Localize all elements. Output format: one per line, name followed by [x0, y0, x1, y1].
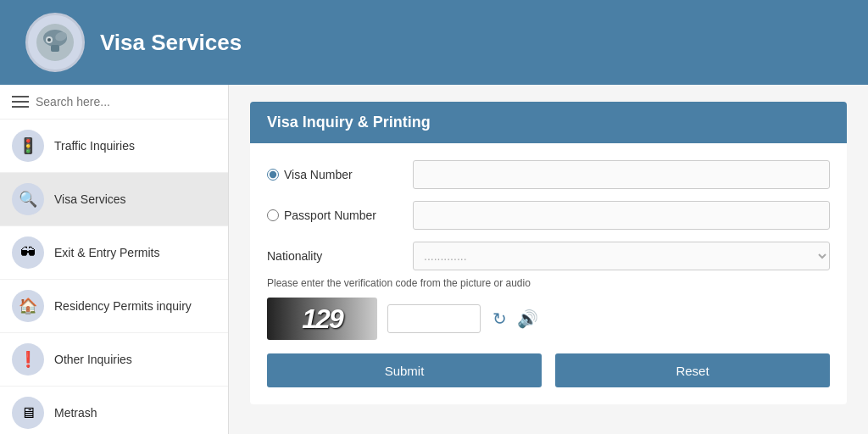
captcha-hint: Please enter the verification code from … [267, 277, 830, 289]
app-logo [25, 13, 85, 72]
form-buttons: Submit Reset [267, 353, 830, 387]
visa-icon: 🔍 [12, 183, 44, 215]
sidebar-search-bar [0, 85, 228, 120]
nationality-select[interactable]: ............. [413, 242, 830, 270]
sidebar-item-exit-entry-permits[interactable]: 🕶 Exit & Entry Permits [0, 226, 228, 280]
audio-captcha-button[interactable]: 🔊 [515, 307, 540, 331]
app-title: Visa Services [100, 30, 242, 56]
visa-number-input[interactable] [413, 160, 830, 189]
app-header: Visa Services [0, 0, 868, 85]
exit-entry-icon: 🕶 [12, 236, 44, 269]
captcha-row: 129 ↻ 🔊 [267, 298, 830, 340]
visa-number-radio-label[interactable]: Visa Number [267, 168, 403, 181]
sidebar-label-traffic: Traffic Inquiries [54, 139, 135, 153]
sidebar-label-visa: Visa Services [54, 192, 126, 206]
sidebar-label-residency: Residency Permits inquiry [54, 299, 192, 313]
passport-number-input[interactable] [413, 201, 830, 230]
visa-number-radio[interactable] [267, 169, 279, 181]
svg-rect-5 [51, 45, 59, 52]
captcha-icons: ↻ 🔊 [491, 307, 540, 331]
sidebar-item-visa-services[interactable]: 🔍 Visa Services [0, 173, 228, 226]
card-title: Visa Inquiry & Printing [250, 102, 847, 143]
passport-number-radio[interactable] [267, 209, 279, 221]
submit-button[interactable]: Submit [267, 353, 542, 387]
inquiry-card: Visa Inquiry & Printing Visa Number Pass… [250, 102, 847, 404]
reset-button[interactable]: Reset [555, 353, 830, 387]
sidebar-item-traffic-inquiries[interactable]: 🚦 Traffic Inquiries [0, 120, 228, 173]
traffic-icon: 🚦 [12, 130, 44, 162]
visa-number-row: Visa Number [267, 160, 830, 189]
sidebar-label-other: Other Inquiries [54, 353, 132, 366]
sidebar-item-metrash[interactable]: 🖥 Metrash [0, 387, 228, 434]
svg-point-3 [47, 38, 51, 42]
search-input[interactable] [36, 95, 216, 108]
metrash-icon: 🖥 [12, 397, 44, 429]
passport-number-radio-label[interactable]: Passport Number [267, 209, 403, 222]
captcha-text: 129 [302, 303, 342, 335]
captcha-image: 129 [267, 298, 377, 340]
main-layout: 🚦 Traffic Inquiries 🔍 Visa Services 🕶 Ex… [0, 85, 868, 434]
nationality-label: Nationality [267, 249, 403, 263]
captcha-input[interactable] [387, 304, 481, 333]
sidebar-label-metrash: Metrash [54, 406, 97, 420]
nationality-row: Nationality ............. [267, 242, 830, 270]
refresh-captcha-button[interactable]: ↻ [491, 307, 509, 331]
main-content: Visa Inquiry & Printing Visa Number Pass… [229, 85, 868, 434]
sidebar-item-residency-permits[interactable]: 🏠 Residency Permits inquiry [0, 280, 228, 333]
sidebar-label-exit-entry: Exit & Entry Permits [54, 246, 159, 259]
residency-icon: 🏠 [12, 290, 44, 322]
other-inquiries-icon: ❗ [12, 343, 44, 376]
card-body: Visa Number Passport Number Nationality [250, 143, 847, 404]
hamburger-menu-icon[interactable] [12, 96, 29, 108]
sidebar: 🚦 Traffic Inquiries 🔍 Visa Services 🕶 Ex… [0, 85, 229, 434]
passport-number-row: Passport Number [267, 201, 830, 230]
sidebar-item-other-inquiries[interactable]: ❗ Other Inquiries [0, 333, 228, 387]
